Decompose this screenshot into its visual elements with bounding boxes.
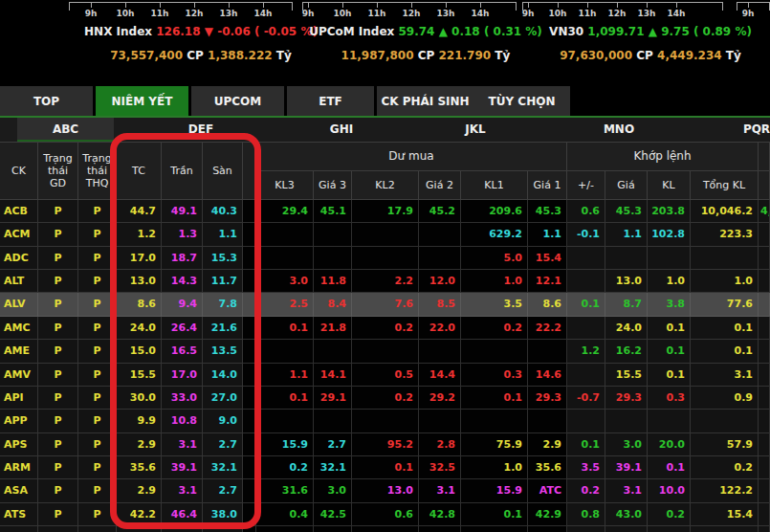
status-gd-cell [38,526,78,532]
data-cell: 95.2 [352,433,419,456]
status-thq-cell: P [78,270,117,293]
stock-price-board: 9h10h11h12h13h14h9h10h11h12h13h14h9h10h1… [0,0,770,532]
data-cell [314,340,352,363]
tran-cell: 39.1 [162,456,203,479]
tab-etf[interactable]: ETF [287,86,374,116]
subtab-jkl[interactable]: JKL [428,118,523,142]
tab-upcom[interactable]: UPCOM [191,86,284,116]
time-axis-label: 11h [368,9,386,18]
tran-cell: 49.1 [162,200,203,223]
subtab-pqr[interactable]: PQR [709,118,770,142]
data-cell: 0.1 [352,456,419,479]
table-row-arm[interactable]: ARMPP35.639.132.10.232.10.132.51.035.63.… [0,456,770,479]
data-cell: 7.6 [352,293,419,316]
subtab-ghi[interactable]: GHI [294,118,389,142]
data-cell [419,223,461,246]
column-header: CK [0,143,38,200]
data-cell [759,247,770,270]
data-cell [314,223,352,246]
data-cell: 3.8 [648,293,691,316]
time-axis-label: 10h [334,9,352,18]
index-block-upcom: UPCoM Index 59.74 ▲ 0.18 ( 0.31 %) 11,98… [297,23,555,64]
tran-cell: 14.3 [162,270,203,293]
data-cell [691,410,759,432]
data-cell: 10.0 [648,479,691,502]
data-cell [314,526,352,532]
tran-cell: 33.0 [162,387,203,410]
ticker-cell: API [0,387,38,410]
group-header: Dư mua [256,143,567,171]
ticker-cell: APP [0,410,38,432]
table-row-ats[interactable]: ATSPP42.246.438.00.442.50.642.80.142.90.… [0,503,770,526]
index-value: 126.18 [156,25,200,38]
tc-cell: 17.0 [117,247,162,270]
data-cell [759,410,770,432]
subtab-abc[interactable]: ABC [17,118,114,142]
spacer-cell [243,317,256,340]
data-cell: 15.9 [461,479,528,502]
table-row-alv[interactable]: ALVPP8.69.47.82.58.47.68.53.58.60.18.73.… [0,293,770,316]
status-gd-cell: P [38,340,78,363]
san-cell: 38.0 [203,503,243,526]
data-cell: 45.2 [419,200,461,223]
table-row-alt[interactable]: ALTPP13.014.311.73.011.82.212.01.012.113… [0,270,770,293]
data-cell: 14.4 [419,364,461,387]
data-cell: 29.4 [256,200,314,223]
tab-niem-yet[interactable]: NIÊM YẾT [96,86,188,116]
data-cell: 3.0 [256,270,314,293]
status-thq-cell: P [78,456,117,479]
san-cell: 14.0 [203,364,243,387]
status-gd-cell: P [38,200,78,223]
table-row-aps[interactable]: APSPP2.93.12.715.92.795.22.875.92.90.13.… [0,433,770,456]
data-cell: 2.2 [352,270,419,293]
spacer-cell [243,410,256,432]
san-cell: 27.0 [203,387,243,410]
index-name: UPCoM Index [309,25,394,38]
table-row-adc[interactable]: ADCPP17.018.715.35.015.4 [0,247,770,270]
tran-cell: 18.7 [162,247,203,270]
subtab-def[interactable]: DEF [153,118,249,142]
data-cell [567,270,605,293]
tc-cell: 15.0 [117,340,162,363]
up-arrow-icon: ▲ [439,25,448,38]
data-cell [691,247,759,270]
time-axis-label: 13h [638,9,656,18]
status-gd-cell: P [38,270,78,293]
tab-tuy-chon[interactable]: TÙY CHỌN [473,86,570,116]
data-cell: 102.8 [648,223,691,246]
subtab-mno[interactable]: MNO [571,118,667,142]
tab-top[interactable]: TOP [0,86,93,116]
data-cell: 209.6 [461,200,528,223]
data-cell: 15.4 [691,503,759,526]
data-cell: 3.5 [461,293,528,316]
data-cell: 0.1 [648,456,691,479]
ticker-cell: ADC [0,247,38,270]
table-row-acb[interactable]: ACBPP44.749.140.329.445.117.945.2209.645… [0,200,770,223]
spacer-cell [243,456,256,479]
data-cell [352,526,419,532]
table-row-amv[interactable]: AMVPP15.517.014.01.114.10.514.40.314.615… [0,364,770,387]
status-thq-cell: P [78,293,117,316]
table-row-app[interactable]: APPPP9.910.89.0 [0,410,770,432]
data-cell: 0.2 [567,479,605,502]
ty-label: Tỷ [276,49,292,62]
table-row-api[interactable]: APIPP30.033.027.00.129.10.229.20.129.3-0… [0,387,770,410]
table-row-clipped[interactable] [0,526,770,532]
data-cell [759,526,770,532]
data-cell [419,340,461,363]
spacer-cell [243,200,256,223]
data-cell: 0.1 [461,387,528,410]
time-axis-0: 9h10h11h12h13h14h [69,2,293,22]
clipped-column-header [759,171,770,200]
spacer-cell [243,387,256,410]
table-row-acm[interactable]: ACMPP1.21.31.1629.21.1-0.11.1102.8223.3 [0,223,770,246]
table-row-amc[interactable]: AMCPP24.026.421.60.121.80.222.00.222.224… [0,317,770,340]
table-row-asa[interactable]: ASAPP2.93.12.731.63.013.03.115.9ATC0.23.… [0,479,770,502]
cp-label: CP [636,49,653,62]
san-cell: 40.3 [203,200,243,223]
tab-ck-phai-sinh[interactable]: CK PHÁI SINH [377,86,473,116]
table-row-ame[interactable]: AMEPP15.016.513.51.216.20.10.1 [0,340,770,363]
data-cell: 8.7 [605,293,648,316]
data-cell: 8.4 [314,293,352,316]
ticker-cell: AMV [0,364,38,387]
